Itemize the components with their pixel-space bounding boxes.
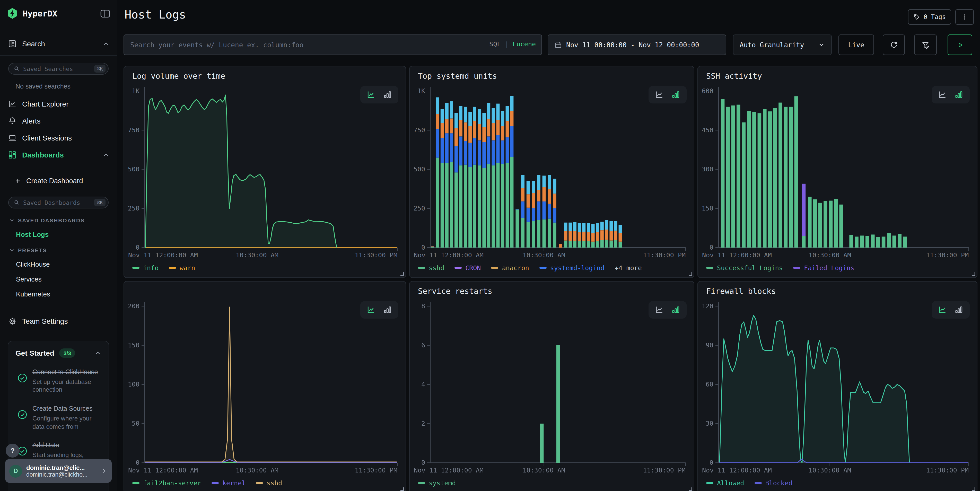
sidebar-item-label: Dashboards [22,151,64,159]
legend-more-link[interactable]: +4 more [615,264,642,272]
svg-text:10:30:00 AM: 10:30:00 AM [808,251,851,259]
svg-text:11:30:00 PM: 11:30:00 PM [355,251,397,259]
app-window: HyperDX Search ⌘K No saved searches Char… [0,0,980,491]
query-language-toggle: SQL | Lucene [489,40,536,48]
svg-text:300: 300 [702,165,713,173]
svg-text:200: 200 [128,302,140,310]
help-button[interactable]: ? [6,444,19,458]
search-input[interactable] [124,35,542,55]
line-mode-icon [938,305,947,315]
saved-searches-box[interactable]: ⌘K [8,63,108,75]
step-title: Create Data Sources [32,405,102,413]
get-started-step-sources[interactable]: Create Data Sources Configure where your… [16,405,102,431]
tag-icon [913,13,921,21]
legend-item[interactable]: sshd [418,264,444,272]
chevron-down-icon [9,247,15,253]
check-circle-icon [18,410,27,419]
chart-mode-switch [649,86,687,103]
line-mode-button[interactable] [655,90,664,99]
legend-item[interactable]: warn [169,264,195,272]
legend-item[interactable]: anacron [491,264,529,272]
panel-resize-handle[interactable] [688,271,692,276]
date-range-picker[interactable]: Nov 11 00:00:00 - Nov 12 00:00:00 [548,35,726,55]
legend-item[interactable]: Blocked [754,479,792,487]
live-button[interactable]: Live [838,35,874,55]
run-query-button[interactable] [948,35,972,55]
filter-button[interactable] [914,35,937,55]
avatar: D [9,464,22,477]
panel-resize-handle[interactable] [971,486,975,491]
panel-resize-handle[interactable] [399,271,404,276]
svg-text:1K: 1K [417,87,425,95]
panel-resize-handle[interactable] [399,486,404,491]
legend-item[interactable]: systemd [418,479,456,487]
more-options-button[interactable] [955,9,974,25]
bar-mode-button[interactable] [383,90,392,99]
svg-text:10:30:00 AM: 10:30:00 AM [523,467,565,474]
granularity-select[interactable]: Auto Granularity [733,35,832,55]
svg-text:6: 6 [421,342,425,349]
legend-item[interactable]: fail2ban-server [132,479,201,487]
line-mode-button[interactable] [366,90,376,99]
bar-mode-button[interactable] [383,305,392,315]
chart-legend: AllowedBlocked [706,479,792,487]
user-menu[interactable]: D dominic.tran@clic... dominic.tran@clic… [5,459,112,483]
sidebar-item-team-settings[interactable]: Team Settings [0,312,117,329]
saved-searches-input[interactable] [23,65,94,72]
hyperdx-logo-icon [6,7,19,19]
chevron-up-icon[interactable] [94,350,102,357]
sidebar-preset-clickhouse[interactable]: ClickHouse [16,261,117,268]
svg-text:Nov 11 12:00:00 AM: Nov 11 12:00:00 AM [702,251,772,259]
bar-mode-button[interactable] [954,305,964,315]
panel-resize-handle[interactable] [688,486,692,491]
line-mode-button[interactable] [366,305,376,315]
dashboards-grid-icon [8,150,17,159]
get-started-step-connect[interactable]: Connect to ClickHouse Set up your databa… [16,368,102,394]
sidebar-preset-services[interactable]: Services [16,275,117,283]
svg-text:50: 50 [132,420,140,427]
saved-dashboards-input[interactable] [23,199,94,206]
chart-legend: Successful LoginsFailed Logins [706,264,854,272]
line-mode-button[interactable] [938,90,947,99]
sidebar-item-dashboards[interactable]: Dashboards [0,146,117,163]
chart-mode-switch [649,301,687,319]
sidebar-item-alerts[interactable]: Alerts [0,112,117,129]
svg-text:10:30:00 AM: 10:30:00 AM [236,467,278,474]
create-dashboard-button[interactable]: Create Dashboard [0,172,117,189]
legend-item[interactable]: kernel [212,479,245,487]
legend-item[interactable]: info [132,264,159,272]
bar-mode-icon [954,90,964,99]
shortcut-badge: ⌘K [94,199,105,207]
svg-text:150: 150 [128,342,140,349]
legend-item[interactable]: Failed Logins [793,264,854,272]
sidebar-item-chart-explorer[interactable]: Chart Explorer [0,95,117,112]
legend-item[interactable]: CRON [455,264,481,272]
lucene-toggle[interactable]: Lucene [513,40,536,48]
svg-text:10:30:00 AM: 10:30:00 AM [808,467,851,474]
tags-button[interactable]: 0 Tags [908,9,951,25]
svg-text:0: 0 [710,244,713,251]
sidebar-preset-kubernetes[interactable]: Kubernetes [16,290,117,298]
sql-toggle[interactable]: SQL [489,40,501,48]
section-presets[interactable]: PRESETS [16,247,117,253]
bar-mode-button[interactable] [671,305,681,315]
chart-legend: sshdCRONanacronsystemd-logind+4 more [418,264,642,272]
legend-item[interactable]: Successful Logins [706,264,783,272]
line-mode-button[interactable] [655,305,664,315]
line-mode-button[interactable] [938,305,947,315]
sidebar-item-label: Alerts [22,117,41,125]
bar-mode-button[interactable] [954,90,964,99]
panel-resize-handle[interactable] [971,271,975,276]
sidebar-dashboard-host-logs[interactable]: Host Logs [16,230,117,238]
section-saved-dashboards[interactable]: SAVED DASHBOARDS [16,217,117,223]
sidebar-item-client-sessions[interactable]: Client Sessions [0,129,117,146]
saved-dashboards-box[interactable]: ⌘K [8,197,108,208]
legend-item[interactable]: Allowed [706,479,744,487]
legend-item[interactable]: systemd-logind [539,264,605,272]
sidebar-collapse-icon[interactable] [100,8,111,19]
refresh-button[interactable] [883,35,905,55]
legend-item[interactable]: sshd [256,479,282,487]
step-subtitle: Set up your database connection [32,378,102,394]
sidebar-item-search[interactable]: Search [0,35,117,52]
bar-mode-button[interactable] [671,90,681,99]
